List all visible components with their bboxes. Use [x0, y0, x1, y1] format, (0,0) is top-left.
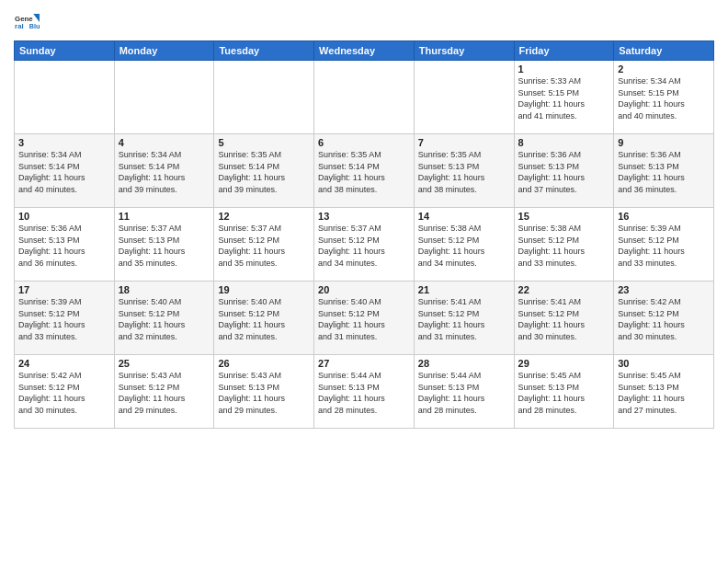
- weekday-header-thursday: Thursday: [414, 41, 514, 61]
- calendar-cell: 10Sunrise: 5:36 AM Sunset: 5:13 PM Dayli…: [15, 208, 115, 282]
- day-number: 30: [618, 358, 710, 369]
- day-info: Sunrise: 5:34 AM Sunset: 5:14 PM Dayligh…: [18, 149, 110, 195]
- calendar-cell: 1Sunrise: 5:33 AM Sunset: 5:15 PM Daylig…: [514, 61, 614, 134]
- day-number: 15: [518, 211, 610, 222]
- day-info: Sunrise: 5:34 AM Sunset: 5:14 PM Dayligh…: [119, 149, 210, 195]
- day-info: Sunrise: 5:35 AM Sunset: 5:14 PM Dayligh…: [318, 149, 410, 195]
- calendar-cell: 9Sunrise: 5:36 AM Sunset: 5:13 PM Daylig…: [614, 134, 714, 208]
- day-number: 5: [218, 137, 310, 148]
- day-info: Sunrise: 5:40 AM Sunset: 5:12 PM Dayligh…: [119, 296, 210, 342]
- day-info: Sunrise: 5:36 AM Sunset: 5:13 PM Dayligh…: [18, 223, 110, 269]
- calendar-cell: [114, 61, 214, 134]
- calendar-cell: 22Sunrise: 5:41 AM Sunset: 5:12 PM Dayli…: [514, 282, 614, 355]
- day-info: Sunrise: 5:39 AM Sunset: 5:12 PM Dayligh…: [18, 296, 110, 342]
- day-number: 10: [18, 211, 110, 222]
- calendar-cell: 25Sunrise: 5:43 AM Sunset: 5:12 PM Dayli…: [114, 355, 214, 429]
- weekday-header-saturday: Saturday: [614, 41, 714, 61]
- day-number: 18: [119, 284, 210, 295]
- svg-text:Blue: Blue: [29, 22, 40, 30]
- calendar-week-1: 1Sunrise: 5:33 AM Sunset: 5:15 PM Daylig…: [15, 61, 714, 134]
- calendar-cell: [15, 61, 115, 134]
- calendar-cell: 20Sunrise: 5:40 AM Sunset: 5:12 PM Dayli…: [314, 282, 415, 355]
- day-number: 11: [119, 211, 210, 222]
- calendar-cell: 19Sunrise: 5:40 AM Sunset: 5:12 PM Dayli…: [214, 282, 314, 355]
- day-number: 14: [418, 211, 510, 222]
- day-info: Sunrise: 5:34 AM Sunset: 5:15 PM Dayligh…: [618, 75, 710, 121]
- day-info: Sunrise: 5:44 AM Sunset: 5:13 PM Dayligh…: [418, 370, 510, 416]
- day-number: 25: [119, 358, 210, 369]
- svg-text:Gene: Gene: [15, 15, 33, 23]
- calendar-week-5: 24Sunrise: 5:42 AM Sunset: 5:12 PM Dayli…: [15, 355, 714, 429]
- calendar-cell: 23Sunrise: 5:42 AM Sunset: 5:12 PM Dayli…: [614, 282, 714, 355]
- calendar-cell: 7Sunrise: 5:35 AM Sunset: 5:13 PM Daylig…: [414, 134, 514, 208]
- calendar-week-2: 3Sunrise: 5:34 AM Sunset: 5:14 PM Daylig…: [15, 134, 714, 208]
- calendar-cell: 5Sunrise: 5:35 AM Sunset: 5:14 PM Daylig…: [214, 134, 314, 208]
- day-info: Sunrise: 5:40 AM Sunset: 5:12 PM Dayligh…: [218, 296, 310, 342]
- day-number: 16: [618, 211, 710, 222]
- calendar-cell: 13Sunrise: 5:37 AM Sunset: 5:12 PM Dayli…: [314, 208, 415, 282]
- day-number: 7: [418, 137, 510, 148]
- calendar-header-row: SundayMondayTuesdayWednesdayThursdayFrid…: [15, 41, 714, 61]
- calendar-week-4: 17Sunrise: 5:39 AM Sunset: 5:12 PM Dayli…: [15, 282, 714, 355]
- day-info: Sunrise: 5:42 AM Sunset: 5:12 PM Dayligh…: [618, 296, 710, 342]
- day-number: 12: [218, 211, 310, 222]
- day-info: Sunrise: 5:42 AM Sunset: 5:12 PM Dayligh…: [18, 370, 110, 416]
- weekday-header-friday: Friday: [514, 41, 614, 61]
- day-info: Sunrise: 5:33 AM Sunset: 5:15 PM Dayligh…: [518, 75, 610, 121]
- day-info: Sunrise: 5:40 AM Sunset: 5:12 PM Dayligh…: [318, 296, 410, 342]
- calendar-cell: 6Sunrise: 5:35 AM Sunset: 5:14 PM Daylig…: [314, 134, 415, 208]
- calendar-cell: 11Sunrise: 5:37 AM Sunset: 5:13 PM Dayli…: [114, 208, 214, 282]
- day-info: Sunrise: 5:35 AM Sunset: 5:14 PM Dayligh…: [218, 149, 310, 195]
- calendar-cell: 14Sunrise: 5:38 AM Sunset: 5:12 PM Dayli…: [414, 208, 514, 282]
- weekday-header-wednesday: Wednesday: [314, 41, 415, 61]
- calendar-table: SundayMondayTuesdayWednesdayThursdayFrid…: [14, 40, 714, 429]
- day-info: Sunrise: 5:41 AM Sunset: 5:12 PM Dayligh…: [418, 296, 510, 342]
- calendar-cell: [214, 61, 314, 134]
- day-number: 22: [518, 284, 610, 295]
- day-info: Sunrise: 5:39 AM Sunset: 5:12 PM Dayligh…: [618, 223, 710, 269]
- day-info: Sunrise: 5:38 AM Sunset: 5:12 PM Dayligh…: [418, 223, 510, 269]
- svg-marker-2: [33, 14, 40, 22]
- day-info: Sunrise: 5:37 AM Sunset: 5:13 PM Dayligh…: [119, 223, 210, 269]
- day-number: 20: [318, 284, 410, 295]
- calendar-cell: 26Sunrise: 5:43 AM Sunset: 5:13 PM Dayli…: [214, 355, 314, 429]
- day-number: 24: [18, 358, 110, 369]
- day-info: Sunrise: 5:41 AM Sunset: 5:12 PM Dayligh…: [518, 296, 610, 342]
- day-info: Sunrise: 5:43 AM Sunset: 5:12 PM Dayligh…: [119, 370, 210, 416]
- day-number: 23: [618, 284, 710, 295]
- day-number: 17: [18, 284, 110, 295]
- day-number: 4: [119, 137, 210, 148]
- calendar-cell: 12Sunrise: 5:37 AM Sunset: 5:12 PM Dayli…: [214, 208, 314, 282]
- day-number: 6: [318, 137, 410, 148]
- calendar-cell: 16Sunrise: 5:39 AM Sunset: 5:12 PM Dayli…: [614, 208, 714, 282]
- calendar-cell: 29Sunrise: 5:45 AM Sunset: 5:13 PM Dayli…: [514, 355, 614, 429]
- calendar-cell: 30Sunrise: 5:45 AM Sunset: 5:13 PM Dayli…: [614, 355, 714, 429]
- calendar-cell: 27Sunrise: 5:44 AM Sunset: 5:13 PM Dayli…: [314, 355, 415, 429]
- weekday-header-sunday: Sunday: [15, 41, 115, 61]
- calendar-cell: [414, 61, 514, 134]
- logo: GeneralBlue: [14, 9, 43, 35]
- day-info: Sunrise: 5:35 AM Sunset: 5:13 PM Dayligh…: [418, 149, 510, 195]
- day-number: 21: [418, 284, 510, 295]
- calendar-cell: 24Sunrise: 5:42 AM Sunset: 5:12 PM Dayli…: [15, 355, 115, 429]
- calendar-cell: 4Sunrise: 5:34 AM Sunset: 5:14 PM Daylig…: [114, 134, 214, 208]
- calendar-cell: 3Sunrise: 5:34 AM Sunset: 5:14 PM Daylig…: [15, 134, 115, 208]
- logo-icon: GeneralBlue: [14, 9, 40, 35]
- day-info: Sunrise: 5:45 AM Sunset: 5:13 PM Dayligh…: [518, 370, 610, 416]
- day-info: Sunrise: 5:43 AM Sunset: 5:13 PM Dayligh…: [218, 370, 310, 416]
- day-info: Sunrise: 5:37 AM Sunset: 5:12 PM Dayligh…: [318, 223, 410, 269]
- calendar-cell: 18Sunrise: 5:40 AM Sunset: 5:12 PM Dayli…: [114, 282, 214, 355]
- day-info: Sunrise: 5:38 AM Sunset: 5:12 PM Dayligh…: [518, 223, 610, 269]
- calendar-cell: 15Sunrise: 5:38 AM Sunset: 5:12 PM Dayli…: [514, 208, 614, 282]
- calendar-cell: 2Sunrise: 5:34 AM Sunset: 5:15 PM Daylig…: [614, 61, 714, 134]
- day-number: 1: [518, 63, 610, 75]
- day-info: Sunrise: 5:36 AM Sunset: 5:13 PM Dayligh…: [518, 149, 610, 195]
- day-number: 29: [518, 358, 610, 369]
- day-info: Sunrise: 5:45 AM Sunset: 5:13 PM Dayligh…: [618, 370, 710, 416]
- day-number: 9: [618, 137, 710, 148]
- day-number: 27: [318, 358, 410, 369]
- page-header: GeneralBlue: [14, 9, 714, 35]
- day-info: Sunrise: 5:44 AM Sunset: 5:13 PM Dayligh…: [318, 370, 410, 416]
- calendar-week-3: 10Sunrise: 5:36 AM Sunset: 5:13 PM Dayli…: [15, 208, 714, 282]
- day-number: 8: [518, 137, 610, 148]
